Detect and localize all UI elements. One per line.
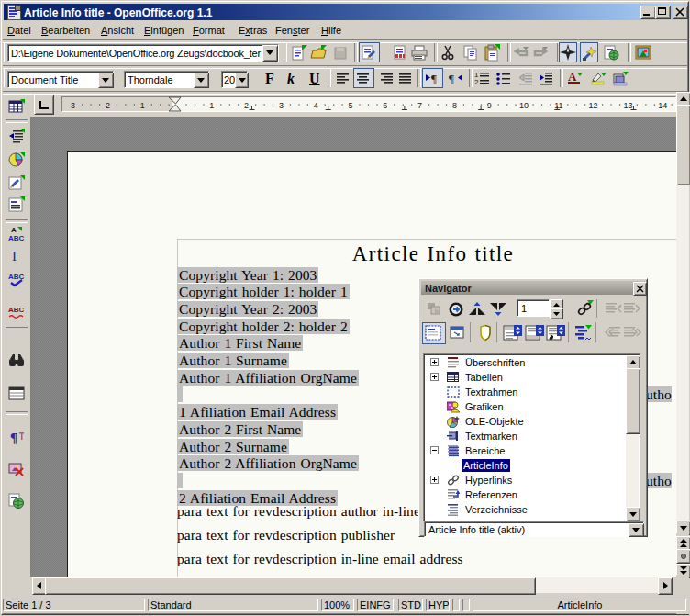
svg-text:7: 7	[417, 101, 422, 110]
svg-text:3: 3	[71, 101, 75, 110]
svg-text:8: 8	[452, 101, 457, 110]
svg-text:ABC: ABC	[8, 306, 25, 314]
svg-text:2: 2	[474, 78, 479, 86]
svg-text:I: I	[12, 249, 17, 263]
svg-text:1: 1	[140, 101, 145, 110]
svg-text:5: 5	[348, 101, 352, 110]
svg-text:9: 9	[487, 101, 492, 110]
svg-text:4: 4	[314, 101, 318, 110]
svg-text:2: 2	[106, 101, 110, 110]
svg-text:13: 13	[623, 101, 632, 110]
svg-text:¶: ¶	[449, 72, 454, 85]
svg-text:1: 1	[209, 101, 214, 110]
svg-text:3: 3	[279, 101, 284, 110]
svg-text:6: 6	[383, 101, 387, 110]
svg-text:14: 14	[658, 101, 667, 110]
svg-text:¶: ¶	[431, 72, 437, 85]
svg-text:A: A	[11, 226, 17, 234]
svg-text:11: 11	[554, 101, 562, 110]
svg-text:10: 10	[519, 101, 529, 110]
svg-text:2: 2	[244, 101, 249, 110]
svg-text:ABC: ABC	[8, 273, 25, 281]
svg-text:12: 12	[589, 101, 598, 110]
svg-text:ABC: ABC	[8, 234, 25, 242]
svg-text:A: A	[568, 70, 577, 84]
svg-text:¶: ¶	[10, 431, 17, 445]
